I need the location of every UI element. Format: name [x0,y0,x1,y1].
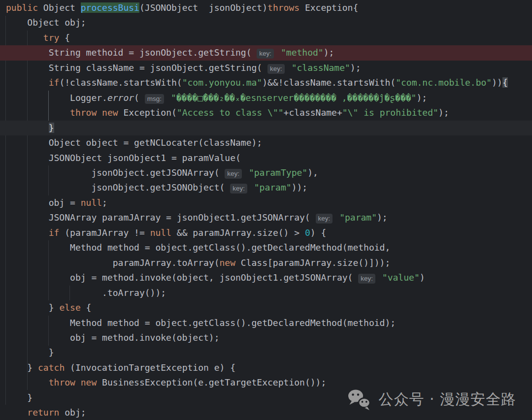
code-token: null [150,227,171,238]
code-token [6,123,49,133]
code-token: } [6,362,38,373]
code-line: } [0,345,532,360]
wechat-icon [346,388,372,411]
code-token: "com.nc.mobile.bo" [396,77,492,88]
code-line: Logger.error( msg: "����□̃���₂��ₓ�esnser… [0,91,532,105]
code-token: new [102,107,118,118]
code-token: processBusi [81,2,139,13]
code-token: ); [324,47,334,58]
parameter-hint-chip: key: [257,49,274,59]
code-token: String methoid = jsonObject.getString( [6,47,257,58]
code-line: if (paramJArray != null && paramJArray.s… [0,226,532,240]
code-line: Object object = getNCLocater(className); [0,135,532,150]
code-token: } [49,123,54,133]
watermark-text: 公众号 · 漫漫安全路 [378,389,516,410]
code-token: "paramType" [249,167,307,178]
code-token: Logger. [6,93,107,103]
code-token: )&&!className.startsWith( [262,77,396,88]
code-token: obj = method.invoke(object); [6,332,219,343]
code-token: )) [492,77,502,88]
code-token: catch [38,362,65,373]
code-token: "className" [292,63,350,73]
code-token: )); [292,182,308,193]
code-token: obj; [59,407,86,418]
code-token: JSONObject jsonObject1 = paramValue( [6,153,241,163]
code-token: Class[paramJArray.size()])); [235,258,390,268]
code-token [249,182,254,193]
code-area: public Object processBusi(JSONObject jso… [0,0,532,420]
code-token: && paramJArray.size() > [171,227,305,238]
code-token: 0 [305,227,310,238]
code-token [6,32,43,43]
code-token: public [6,2,38,13]
code-token: Object [38,2,81,13]
code-token [97,107,102,118]
code-token: null [81,197,102,208]
code-line: jsonObject.getJSONObject( key: "param"))… [0,180,532,195]
code-line: } else { [0,300,532,315]
code-line: jsonObject.getJSONArray( key: "paramType… [0,165,532,180]
code-token: ; [102,197,107,208]
code-line: if(!className.startsWith("com.yonyou.ma"… [0,75,532,90]
code-line: } catch (InvocationTargetException e) { [0,360,532,375]
code-token [334,212,339,223]
code-token: if [49,77,60,88]
code-token: { [59,32,70,43]
code-line: obj = method.invoke(object, jsonObject1.… [0,270,532,285]
code-line: public Object processBusi(JSONObject jso… [0,0,532,15]
code-line: Method method = object.getClass().getDec… [0,240,532,255]
code-token [6,107,70,118]
code-token: jsonObject.getJSONObject( [6,182,230,193]
code-token: String className = jsonObject.getString( [6,63,267,73]
code-token [6,377,49,388]
code-token: .toArray()); [6,288,166,298]
code-editor[interactable]: public Object processBusi(JSONObject jso… [0,0,532,420]
code-token: throw [70,107,97,118]
code-line: JSONObject jsonObject1 = paramValue( [0,151,532,165]
code-token: (paramJArray != [59,227,150,238]
code-token: error [107,93,134,103]
code-token: ) [420,272,425,283]
code-token: Method method = object.getClass().getDec… [6,242,390,253]
code-token: Object object = getNCLocater(className); [6,137,262,148]
code-token: ( [134,93,145,103]
code-token: (!className.startsWith( [59,77,182,88]
code-line: JSONArray paramJArray = jsonObject1.getJ… [0,210,532,225]
code-token: Object obj; [6,17,86,28]
code-token: "value" [382,272,420,283]
parameter-hint-chip: msg: [145,94,164,104]
code-line: try { [0,31,532,45]
code-token [377,272,382,283]
code-line: throw new Exception("Access to class \""… [0,105,532,120]
code-token [243,167,249,178]
code-line: Object obj; [0,15,532,30]
code-token: obj = [6,197,81,208]
code-token: new [81,377,97,388]
code-token [6,77,49,88]
code-token: (JSONObject jsonObject) [139,2,267,13]
code-line: .toArray()); [0,286,532,300]
code-token: JSONArray paramJArray = jsonObject1.getJ… [6,212,316,223]
code-line: String className = jsonObject.getString(… [0,61,532,75]
code-token [75,377,81,388]
code-line: obj = null; [0,195,532,210]
code-line: obj = method.invoke(object); [0,330,532,345]
parameter-hint-chip: key: [230,184,247,194]
parameter-hint-chip: key: [316,214,333,224]
code-token: else [59,302,80,313]
code-token [166,93,171,103]
code-token: ); [377,212,388,223]
code-token: "Access to class \"" [177,107,284,118]
code-line: String methoid = jsonObject.getString( k… [0,45,532,60]
code-token: "method" [281,47,324,58]
code-token [6,227,49,238]
code-token: (InvocationTargetException e) { [65,362,235,373]
code-line: Method method = object.getClass().getDec… [0,316,532,330]
parameter-hint-chip: key: [267,64,285,74]
code-token: } [6,302,59,313]
code-token: ); [350,63,361,73]
code-token: return [27,407,59,418]
code-line: } [0,121,532,135]
code-token: new [219,258,235,268]
code-token: try [43,32,60,43]
